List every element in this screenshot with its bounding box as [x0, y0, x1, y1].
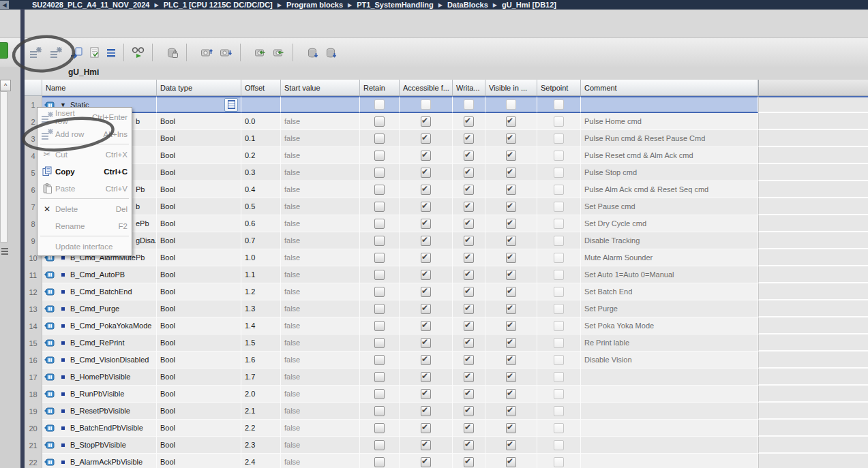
comment-cell[interactable]: Set Pause cmd: [581, 198, 758, 215]
start-value-cell[interactable]: false: [281, 403, 360, 420]
visible-hmi-checkbox[interactable]: [506, 151, 516, 161]
retain-checkbox[interactable]: [374, 372, 385, 382]
snapshot-up-button[interactable]: [198, 43, 216, 62]
accessible-checkbox[interactable]: [421, 151, 431, 161]
start-value-cell[interactable]: false: [281, 113, 360, 130]
row-number[interactable]: 14: [25, 317, 42, 334]
start-value-cell[interactable]: false: [281, 198, 360, 215]
start-value-cell[interactable]: false: [281, 164, 360, 181]
retain-checkbox[interactable]: [374, 457, 385, 467]
writable-checkbox[interactable]: [464, 304, 474, 314]
visible-hmi-checkbox[interactable]: [506, 185, 516, 195]
visible-hmi-checkbox[interactable]: [506, 219, 516, 229]
column-header-blank[interactable]: [25, 80, 42, 95]
copy-snapshot-button[interactable]: [252, 43, 269, 62]
datatype-cell[interactable]: Bool: [157, 334, 241, 352]
row-number[interactable]: 11: [25, 266, 42, 283]
comment-cell[interactable]: [581, 420, 758, 437]
row-number[interactable]: 15: [25, 334, 42, 352]
breadcrumb-item[interactable]: PLC_1 [CPU 1215C DC/DC/DC]: [161, 1, 275, 9]
row-number[interactable]: 17: [25, 369, 42, 386]
comment-cell[interactable]: Pulse Run cmd & Reset Pause Cmd: [581, 130, 758, 147]
name-cell[interactable]: B_BatchEndPbVisible: [42, 420, 157, 437]
accessible-checkbox[interactable]: [421, 440, 431, 450]
accessible-checkbox[interactable]: [421, 134, 431, 144]
retain-checkbox[interactable]: [374, 440, 385, 450]
breadcrumb-item[interactable]: Program blocks: [284, 1, 346, 9]
retain-checkbox[interactable]: [374, 355, 385, 365]
writable-checkbox[interactable]: [464, 423, 474, 433]
load-values-button[interactable]: [305, 43, 322, 62]
start-value-cell[interactable]: false: [281, 386, 360, 403]
comment-cell[interactable]: Disable Tracking: [581, 232, 758, 249]
datatype-cell[interactable]: Bool: [157, 403, 241, 420]
accessible-checkbox[interactable]: [421, 423, 431, 433]
column-header-startvalue[interactable]: Start value: [281, 80, 360, 95]
retain-checkbox[interactable]: [374, 389, 385, 399]
start-value-cell[interactable]: false: [281, 249, 360, 266]
comment-cell[interactable]: [581, 403, 758, 420]
start-value-cell[interactable]: false: [281, 420, 360, 437]
retain-checkbox[interactable]: [374, 202, 385, 212]
visible-hmi-checkbox[interactable]: [506, 372, 516, 382]
writable-checkbox[interactable]: [464, 372, 474, 382]
row-number[interactable]: 16: [25, 352, 42, 369]
writable-checkbox[interactable]: [464, 236, 474, 246]
splitter-grip-icon[interactable]: [1, 248, 8, 256]
visible-hmi-checkbox[interactable]: [506, 253, 516, 263]
writable-checkbox[interactable]: [464, 253, 474, 263]
column-header-retain[interactable]: Retain: [360, 80, 400, 95]
visible-hmi-checkbox[interactable]: [506, 287, 516, 297]
start-value-cell[interactable]: false: [281, 181, 360, 198]
scroll-up-icon[interactable]: ^: [0, 80, 11, 91]
menu-item-paste[interactable]: PasteCtrl+V: [38, 180, 132, 197]
column-header-writa[interactable]: Writa...: [453, 80, 485, 95]
column-header-name[interactable]: Name: [42, 80, 157, 95]
accessible-checkbox[interactable]: [421, 270, 431, 280]
writable-checkbox[interactable]: [464, 116, 474, 127]
writable-checkbox[interactable]: [464, 355, 474, 365]
breadcrumb-item[interactable]: PT1_SystemHandling: [354, 1, 436, 9]
writable-checkbox[interactable]: [464, 338, 474, 348]
writable-checkbox[interactable]: [464, 219, 474, 229]
writable-checkbox[interactable]: [464, 168, 474, 178]
expand-members-button[interactable]: [104, 43, 119, 62]
name-cell[interactable]: B_Cmd_BatchEnd: [42, 283, 157, 300]
retain-checkbox[interactable]: [374, 423, 385, 433]
column-header-datatype[interactable]: Data type: [157, 80, 241, 95]
breadcrumb-item[interactable]: DataBlocks: [445, 1, 491, 9]
comment-cell[interactable]: Pulse Stop cmd: [581, 164, 758, 181]
datatype-cell[interactable]: Bool: [157, 369, 241, 386]
start-value-cell[interactable]: false: [281, 300, 360, 317]
name-cell[interactable]: B_Cmd_Purge: [42, 300, 157, 317]
retain-checkbox[interactable]: [374, 406, 385, 416]
comment-cell[interactable]: Pulse Reset cmd & Alm Ack cmd: [581, 147, 758, 164]
comment-cell[interactable]: Disable Vision: [581, 352, 758, 369]
add-row-button[interactable]: [47, 43, 66, 62]
accessible-checkbox[interactable]: [421, 116, 431, 127]
accessible-checkbox[interactable]: [421, 372, 431, 382]
row-number[interactable]: 19: [25, 403, 42, 420]
datatype-cell[interactable]: Bool: [157, 164, 241, 181]
writable-checkbox[interactable]: [464, 185, 474, 195]
comment-cell[interactable]: Set Purge: [581, 300, 758, 317]
row-number[interactable]: 13: [25, 300, 42, 317]
menu-item-delete[interactable]: ✕DeleteDel: [38, 200, 132, 217]
datatype-cell[interactable]: Bool: [157, 300, 241, 317]
keep-actual-values-button[interactable]: [164, 43, 181, 62]
name-cell[interactable]: B_Cmd_VisionDisabled: [42, 352, 157, 369]
accessible-checkbox[interactable]: [421, 287, 431, 297]
name-cell[interactable]: B_Cmd_AutoPB: [42, 266, 157, 283]
writable-checkbox[interactable]: [464, 440, 474, 450]
visible-hmi-checkbox[interactable]: [506, 423, 516, 433]
column-header-comment[interactable]: Comment: [581, 80, 758, 95]
retain-checkbox[interactable]: [374, 219, 385, 229]
column-header-setpoint[interactable]: Setpoint: [537, 80, 581, 95]
name-cell[interactable]: B_HomePbVisible: [42, 369, 157, 386]
retain-checkbox[interactable]: [374, 338, 385, 348]
visible-hmi-checkbox[interactable]: [506, 168, 516, 178]
comment-cell[interactable]: Set Dry Cycle cmd: [581, 215, 758, 232]
datatype-cell[interactable]: Bool: [157, 130, 241, 147]
check-consistency-button[interactable]: [87, 43, 102, 62]
datatype-cell[interactable]: Bool: [157, 181, 241, 198]
